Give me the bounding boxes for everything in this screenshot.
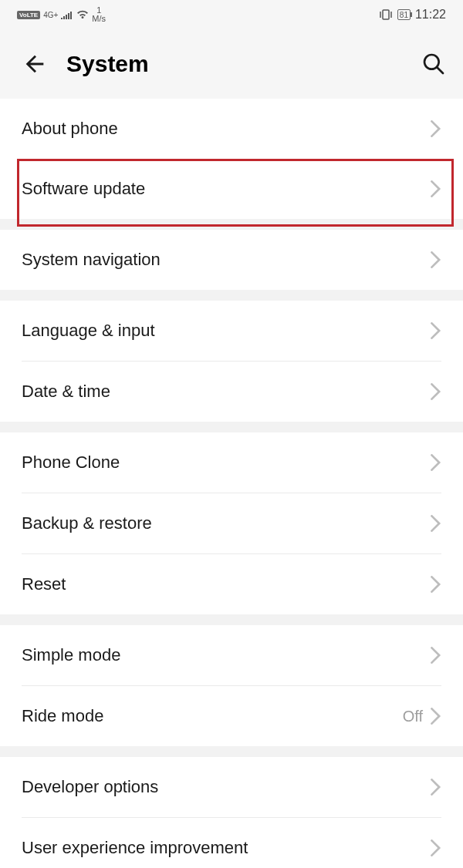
item-date-time[interactable]: Date & time [0, 362, 463, 422]
item-backup-restore[interactable]: Backup & restore [0, 493, 463, 553]
back-button[interactable] [22, 51, 52, 77]
settings-group: About phone Software update [0, 99, 463, 219]
back-arrow-icon [22, 51, 48, 77]
item-label: Ride mode [22, 706, 403, 726]
chevron-right-icon [431, 251, 441, 268]
item-label: Backup & restore [22, 513, 431, 533]
page-title: System [66, 51, 418, 77]
status-left: VoLTE 4G+ 1 M/s [17, 6, 106, 23]
item-label: Reset [22, 574, 431, 594]
network-speed: 1 M/s [92, 6, 106, 23]
chevron-right-icon [431, 180, 441, 197]
chevron-right-icon [431, 383, 441, 400]
chevron-right-icon [431, 576, 441, 593]
clock: 11:22 [415, 8, 446, 22]
item-system-navigation[interactable]: System navigation [0, 230, 463, 290]
battery-indicator: 81 [397, 9, 411, 20]
item-user-experience-improvement[interactable]: User experience improvement [0, 818, 463, 868]
item-simple-mode[interactable]: Simple mode [0, 625, 463, 685]
item-label: About phone [22, 119, 431, 139]
settings-group: Developer options User experience improv… [0, 757, 463, 868]
item-label: Simple mode [22, 645, 431, 665]
status-bar: VoLTE 4G+ 1 M/s 81 11:22 [0, 0, 463, 29]
item-phone-clone[interactable]: Phone Clone [0, 432, 463, 493]
item-label: Phone Clone [22, 453, 431, 473]
chevron-right-icon [431, 322, 441, 339]
volte-badge: VoLTE [17, 11, 40, 19]
item-label: System navigation [22, 250, 431, 270]
item-reset[interactable]: Reset [0, 554, 463, 614]
item-about-phone[interactable]: About phone [0, 99, 463, 159]
chevron-right-icon [431, 839, 441, 856]
item-software-update[interactable]: Software update [0, 159, 463, 219]
vibrate-icon [379, 9, 393, 20]
item-ride-mode[interactable]: Ride mode Off [0, 686, 463, 746]
chevron-right-icon [431, 454, 441, 471]
settings-group: Language & input Date & time [0, 301, 463, 422]
item-label: Software update [22, 179, 431, 199]
signal-icon [61, 10, 73, 19]
search-button[interactable] [418, 52, 449, 76]
item-label: User experience improvement [22, 838, 431, 858]
chevron-right-icon [431, 515, 441, 532]
settings-group: Simple mode Ride mode Off [0, 625, 463, 746]
search-icon [421, 52, 446, 76]
item-label: Date & time [22, 382, 431, 402]
app-bar: System [0, 29, 463, 99]
chevron-right-icon [431, 779, 441, 796]
item-language-input[interactable]: Language & input [0, 301, 463, 361]
chevron-right-icon [431, 647, 441, 664]
svg-rect-0 [383, 10, 389, 19]
network-type: 4G+ [43, 11, 58, 19]
status-right: 81 11:22 [379, 8, 446, 22]
chevron-right-icon [431, 708, 441, 725]
item-developer-options[interactable]: Developer options [0, 757, 463, 817]
item-label: Developer options [22, 777, 431, 797]
settings-group: System navigation [0, 230, 463, 290]
settings-group: Phone Clone Backup & restore Reset [0, 432, 463, 614]
item-value: Off [403, 708, 423, 725]
chevron-right-icon [431, 120, 441, 137]
item-label: Language & input [22, 321, 431, 341]
wifi-icon [76, 10, 89, 19]
